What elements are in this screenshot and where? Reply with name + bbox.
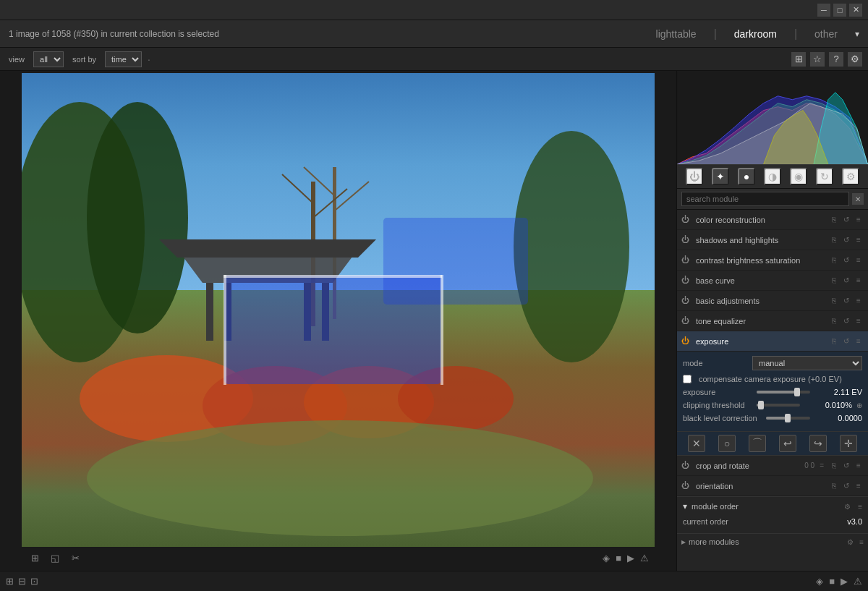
module-reset-btn[interactable]: ↺ bbox=[841, 336, 851, 346]
module-order-header[interactable]: ▾ module order ⚙ ≡ bbox=[683, 501, 862, 511]
module-item-base-curve[interactable]: ⏻ base curve ⎘ ↺ ≡ bbox=[677, 271, 868, 291]
module-more-btn[interactable]: ≡ bbox=[854, 336, 864, 346]
clipping-pick-button[interactable]: ⊕ bbox=[856, 401, 862, 409]
module-more-btn[interactable]: ≡ bbox=[854, 481, 864, 491]
dropdown-arrow-icon[interactable]: ▾ bbox=[855, 29, 859, 39]
more-modules-row[interactable]: ▸ more modules ⚙ ≡ bbox=[677, 533, 868, 550]
module-reset-btn[interactable]: ↺ bbox=[841, 481, 851, 491]
search-clear-button[interactable]: ✕ bbox=[852, 193, 864, 205]
compensate-checkbox[interactable] bbox=[683, 375, 692, 383]
zoom-fit-button[interactable]: ⊞ bbox=[27, 550, 42, 565]
circle-module-icon[interactable]: ● bbox=[738, 168, 755, 185]
minimize-button[interactable]: ─ bbox=[817, 4, 830, 17]
module-reset-btn[interactable]: ↺ bbox=[841, 276, 851, 286]
module-copy-btn[interactable]: ⎘ bbox=[829, 276, 839, 286]
fullscreen-icon[interactable]: ⊞ bbox=[6, 576, 14, 587]
photo-container[interactable] bbox=[22, 73, 655, 547]
settings-button[interactable]: ⚙ bbox=[848, 52, 862, 67]
module-actions: ⎘ ↺ ≡ bbox=[829, 336, 864, 346]
module-item-orientation[interactable]: ⏻ orientation ⎘ ↺ ≡ bbox=[677, 476, 868, 496]
module-item-shadows-highlights[interactable]: ⏻ shadows and highlights ⎘ ↺ ≡ bbox=[677, 230, 868, 250]
module-reset-btn[interactable]: ↺ bbox=[841, 316, 851, 326]
module-order-title: module order bbox=[692, 502, 739, 511]
black-level-slider[interactable] bbox=[766, 417, 810, 420]
module-reset-btn[interactable]: ↺ bbox=[841, 235, 851, 245]
module-order-more-icon[interactable]: ≡ bbox=[858, 503, 862, 511]
svg-rect-24 bbox=[224, 275, 442, 278]
settings-module-icon[interactable]: ⚙ bbox=[842, 168, 859, 185]
filmstrip-icon[interactable]: ⊟ bbox=[18, 576, 26, 587]
zoom-100-button[interactable]: ◱ bbox=[48, 550, 62, 565]
close-button[interactable]: ✕ bbox=[849, 4, 862, 17]
color-module-icon[interactable]: ◉ bbox=[790, 168, 807, 185]
module-item-color-reconstruction[interactable]: ⏻ color reconstruction ⎘ ↺ ≡ bbox=[677, 210, 868, 230]
module-item-basic-adjustments[interactable]: ⏻ basic adjustments ⎘ ↺ ≡ bbox=[677, 291, 868, 311]
color-swatch-icon[interactable]: ■ bbox=[829, 576, 835, 587]
color-adj-redo-btn[interactable]: ↪ bbox=[809, 435, 827, 452]
help-button[interactable]: ? bbox=[829, 52, 843, 67]
module-reset-btn[interactable]: ↺ bbox=[841, 255, 851, 265]
more-modules-label: more modules bbox=[689, 537, 739, 546]
module-item-contrast-brightness-saturation[interactable]: ⏻ contrast brightness saturation ⎘ ↺ ≡ bbox=[677, 250, 868, 271]
mode-select[interactable]: manual bbox=[752, 356, 862, 370]
module-more-btn[interactable]: ≡ bbox=[854, 276, 864, 286]
color-adj-x-btn[interactable]: ✕ bbox=[688, 435, 705, 452]
grid-view-button[interactable]: ⊞ bbox=[791, 52, 806, 67]
maximize-button[interactable]: □ bbox=[833, 4, 846, 17]
color-adj-circle-btn[interactable]: ○ bbox=[718, 435, 736, 452]
clipping-slider[interactable] bbox=[757, 404, 800, 407]
more-modules-more-icon[interactable]: ≡ bbox=[859, 538, 864, 546]
module-copy-btn[interactable]: ⎘ bbox=[829, 255, 839, 265]
module-copy-btn[interactable]: ⎘ bbox=[829, 336, 839, 346]
module-more-btn[interactable]: ≡ bbox=[854, 316, 864, 326]
halfcircle-module-icon[interactable]: ◑ bbox=[764, 168, 781, 185]
tab-darkroom[interactable]: darkroom bbox=[728, 25, 783, 43]
compensate-label: compensate camera exposure (+0.0 EV) bbox=[699, 375, 842, 383]
module-item-crop-rotate[interactable]: ⏻ crop and rotate 0 0 = ⎘ ↺ ≡ bbox=[677, 456, 868, 476]
crop-button[interactable]: ✂ bbox=[68, 550, 82, 565]
chevron-right-icon: ▸ bbox=[681, 537, 686, 547]
module-more-btn[interactable]: ≡ bbox=[854, 215, 864, 225]
search-input[interactable] bbox=[681, 192, 849, 206]
more-modules-settings-icon[interactable]: ⚙ bbox=[847, 538, 854, 546]
star-module-icon[interactable]: ✦ bbox=[712, 168, 729, 185]
module-reset-btn[interactable]: ↺ bbox=[841, 215, 851, 225]
play-icon[interactable]: ▶ bbox=[841, 576, 848, 587]
color-adj-cross-btn[interactable]: ✛ bbox=[840, 435, 857, 452]
module-item-exposure[interactable]: ⏻ exposure ⎘ ↺ ≡ bbox=[677, 331, 868, 352]
color-adj-undo-btn[interactable]: ↩ bbox=[779, 435, 796, 452]
collection-filter-select[interactable]: all bbox=[33, 51, 64, 67]
photo-bottom-bar: ⊞ ◱ ✂ ◈ ■ ▶ ⚠ bbox=[22, 547, 655, 569]
clipping-icon[interactable]: ◈ bbox=[603, 553, 610, 564]
crop-value: 0 0 bbox=[804, 462, 814, 469]
filmstrip-icon[interactable]: ▶ bbox=[627, 553, 634, 564]
module-actions: ⎘ ↺ ≡ bbox=[829, 215, 864, 225]
module-copy-btn[interactable]: ⎘ bbox=[829, 461, 839, 471]
module-copy-btn[interactable]: ⎘ bbox=[829, 235, 839, 245]
module-more-btn[interactable]: ≡ bbox=[854, 296, 864, 306]
module-more-btn[interactable]: ≡ bbox=[854, 235, 864, 245]
power-module-icon[interactable]: ⏻ bbox=[686, 168, 703, 185]
module-order-row: current order v3.0 bbox=[683, 514, 862, 529]
tab-other[interactable]: other bbox=[809, 25, 843, 43]
exposure-slider[interactable] bbox=[757, 391, 810, 394]
sort-select[interactable]: time bbox=[105, 51, 142, 67]
color-picker-icon[interactable]: ■ bbox=[616, 553, 621, 564]
refresh-module-icon[interactable]: ↻ bbox=[816, 168, 833, 185]
module-copy-btn[interactable]: ⎘ bbox=[829, 316, 839, 326]
module-more-btn[interactable]: ≡ bbox=[854, 255, 864, 265]
module-copy-btn[interactable]: ⎘ bbox=[829, 215, 839, 225]
color-adj-curve-btn[interactable]: ⌒ bbox=[749, 435, 766, 452]
module-copy-btn[interactable]: ⎘ bbox=[829, 481, 839, 491]
module-reset-btn[interactable]: ↺ bbox=[841, 296, 851, 306]
tab-lighttable[interactable]: lighttable bbox=[650, 25, 702, 43]
panel-icon[interactable]: ⊡ bbox=[30, 576, 38, 587]
module-item-tone-equalizer[interactable]: ⏻ tone equalizer ⎘ ↺ ≡ bbox=[677, 311, 868, 331]
star-button[interactable]: ☆ bbox=[810, 52, 825, 67]
module-reset-btn[interactable]: ↺ bbox=[841, 461, 851, 471]
module-more-btn[interactable]: ≡ bbox=[854, 461, 864, 471]
module-order-settings-icon[interactable]: ⚙ bbox=[844, 503, 851, 511]
module-power-icon: ⏻ bbox=[681, 296, 692, 306]
module-copy-btn[interactable]: ⎘ bbox=[829, 296, 839, 306]
tag-icon[interactable]: ◈ bbox=[816, 576, 823, 587]
